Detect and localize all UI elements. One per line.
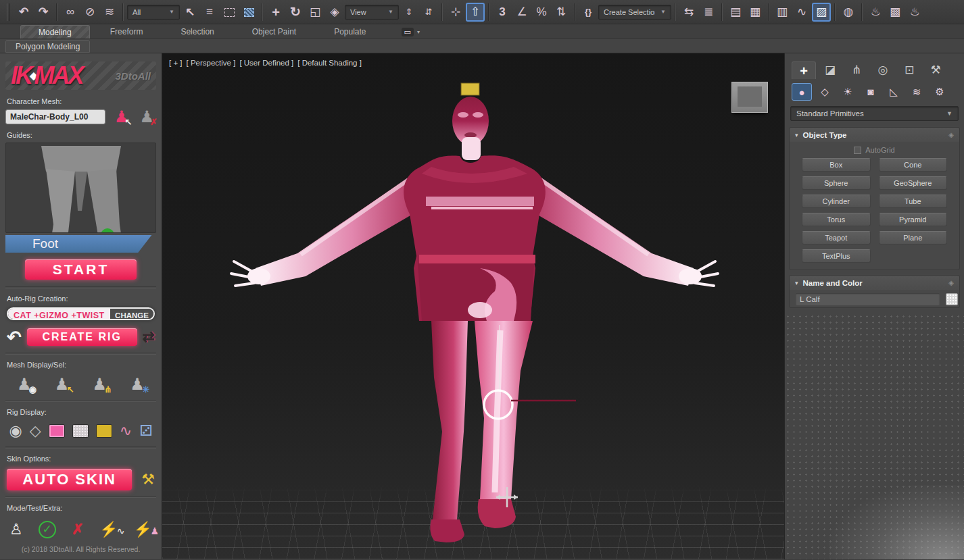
character-right-foot[interactable] bbox=[430, 519, 464, 542]
named-selection-set-dropdown[interactable]: Create Selection Se ▼ bbox=[598, 5, 671, 20]
mirror-rig-button[interactable]: ⇄ bbox=[143, 328, 155, 346]
material-editor-icon[interactable]: ◍ bbox=[839, 3, 858, 22]
quick-test-bone-icon[interactable]: ⚡∿ bbox=[99, 519, 118, 540]
character-left-foot[interactable] bbox=[478, 499, 516, 528]
teapot-button[interactable]: Teapot bbox=[802, 231, 871, 245]
shapes-category[interactable]: ◇ bbox=[815, 83, 835, 101]
select-and-link-icon[interactable]: ∞ bbox=[61, 3, 80, 22]
viewport-shading-menu[interactable]: [ Default Shading ] bbox=[297, 59, 362, 67]
sphere-button[interactable]: Sphere bbox=[802, 176, 871, 190]
guide-stage-bar[interactable]: Foot bbox=[5, 235, 156, 253]
cameras-category[interactable]: ◙ bbox=[861, 83, 881, 101]
scene-explorer-icon[interactable]: ▤ bbox=[726, 3, 745, 22]
reference-box-object[interactable] bbox=[731, 82, 768, 113]
select-and-rotate-icon[interactable]: ↻ bbox=[286, 3, 305, 22]
cylinder-button[interactable]: Cylinder bbox=[802, 195, 871, 208]
start-button[interactable]: START bbox=[25, 259, 137, 280]
selection-filter-dropdown[interactable]: All ▼ bbox=[127, 5, 180, 20]
use-pivot-point-icon[interactable]: ⇕ bbox=[400, 3, 418, 22]
tab-populate[interactable]: Populate bbox=[316, 25, 383, 39]
autogrid-checkbox[interactable]: AutoGrid bbox=[798, 146, 951, 154]
reference-coordinate-dropdown[interactable]: View ▼ bbox=[345, 5, 399, 20]
rig-color-yellow-swatch[interactable] bbox=[96, 424, 112, 438]
torus-button[interactable]: Torus bbox=[802, 213, 871, 226]
rig-color-pink-swatch[interactable] bbox=[49, 424, 65, 438]
use-center-icon[interactable]: ⇵ bbox=[419, 3, 438, 22]
rig-visibility-eye-icon[interactable]: ◉ bbox=[9, 422, 22, 440]
character-model[interactable] bbox=[162, 53, 784, 559]
percent-snap-icon[interactable]: % bbox=[532, 3, 551, 22]
rig-color-white-swatch[interactable] bbox=[72, 424, 89, 438]
tab-modeling[interactable]: Modeling bbox=[20, 25, 90, 39]
object-type-rollout-header[interactable]: ▾ Object Type ◈ bbox=[790, 128, 959, 142]
object-color-swatch[interactable] bbox=[946, 293, 958, 305]
modify-tab[interactable]: ◪ bbox=[818, 61, 842, 79]
viewport-general-menu[interactable]: [ + ] bbox=[169, 59, 183, 67]
undo-rig-button[interactable]: ↶ bbox=[7, 328, 22, 346]
box-button[interactable]: Box bbox=[802, 158, 871, 172]
ribbon-toggle-icon[interactable]: ▥ bbox=[773, 3, 792, 22]
plane-button[interactable]: Plane bbox=[879, 231, 948, 245]
mesh-visibility-icon[interactable]: ♟ ◉ bbox=[14, 375, 35, 394]
primitives-dropdown[interactable]: Standard Primitives ▼ bbox=[790, 106, 959, 121]
render-setup-icon[interactable]: ♨ bbox=[866, 3, 885, 22]
quick-test-rig-icon[interactable]: ⚡♟ bbox=[134, 519, 152, 540]
mesh-name-field[interactable] bbox=[5, 109, 105, 124]
layer-explorer-icon[interactable]: ▦ bbox=[746, 3, 765, 22]
geosphere-button[interactable]: GeoSphere bbox=[879, 176, 948, 190]
cone-button[interactable]: Cone bbox=[879, 158, 948, 172]
mesh-skeleton-icon[interactable]: ♟ ⋔ bbox=[89, 375, 110, 394]
tab-object-paint[interactable]: Object Paint bbox=[235, 25, 314, 39]
curve-editor-icon[interactable]: ∿ bbox=[792, 3, 811, 22]
tab-selection[interactable]: Selection bbox=[163, 25, 231, 39]
display-tab[interactable]: ⊡ bbox=[897, 61, 921, 79]
toolbar-drag-handle[interactable] bbox=[7, 3, 9, 21]
select-and-manipulate-icon[interactable]: ⊹ bbox=[446, 3, 465, 22]
create-rig-button[interactable]: CREATE RIG bbox=[27, 328, 137, 346]
object-name-field[interactable] bbox=[795, 292, 940, 306]
change-button[interactable]: CHANGE bbox=[110, 309, 153, 319]
head-marker-box[interactable] bbox=[461, 83, 479, 95]
test-cancel-icon[interactable]: ✗ bbox=[72, 519, 84, 540]
redo-icon[interactable]: ↷ bbox=[34, 3, 53, 22]
rig-box-display-icon[interactable]: ◇ bbox=[30, 422, 41, 440]
name-color-rollout-header[interactable]: ▾ Name and Color ◈ bbox=[790, 276, 959, 290]
schematic-view-icon[interactable]: ▨ bbox=[812, 3, 831, 22]
pick-mesh-button[interactable]: ♟ ↖ bbox=[112, 107, 131, 126]
tube-button[interactable]: Tube bbox=[879, 195, 948, 208]
space-warps-category[interactable]: ≋ bbox=[907, 83, 927, 101]
hierarchy-tab[interactable]: ⋔ bbox=[844, 61, 869, 79]
bind-to-space-warp-icon[interactable]: ≋ bbox=[100, 3, 119, 22]
character-left-leg[interactable] bbox=[475, 321, 533, 499]
tpose-mode-icon[interactable]: ♙ bbox=[9, 519, 23, 540]
select-and-place-icon[interactable]: ◈ bbox=[325, 3, 344, 22]
mesh-wireframe-icon[interactable]: ♟ ✳ bbox=[126, 375, 148, 394]
angle-snap-icon[interactable]: ∠ bbox=[512, 3, 531, 22]
rectangular-selection-region-icon[interactable] bbox=[220, 3, 239, 22]
geometry-category[interactable]: ● bbox=[792, 83, 812, 101]
textplus-button[interactable]: TextPlus bbox=[802, 249, 871, 263]
select-by-name-icon[interactable]: ≡ bbox=[200, 3, 219, 22]
lights-category[interactable]: ☀ bbox=[838, 83, 858, 101]
systems-category[interactable]: ⚙ bbox=[930, 83, 950, 101]
motion-tab[interactable]: ◎ bbox=[871, 61, 895, 79]
align-icon[interactable]: ≣ bbox=[699, 3, 718, 22]
helpers-category[interactable]: ◺ bbox=[884, 83, 904, 101]
utilities-tab[interactable]: ⚒ bbox=[923, 61, 948, 79]
rendered-frame-window-icon[interactable]: ▩ bbox=[886, 3, 905, 22]
test-ok-icon[interactable]: ✓ bbox=[39, 521, 56, 538]
select-object-icon[interactable]: ↖ bbox=[180, 3, 199, 22]
snaps-toggle-icon[interactable]: 3 bbox=[493, 3, 512, 22]
mesh-select-icon[interactable]: ♟ ↖ bbox=[51, 375, 73, 394]
viewport-user-menu[interactable]: [ User Defined ] bbox=[239, 59, 293, 67]
edit-named-selection-sets-icon[interactable]: {} bbox=[579, 3, 598, 22]
keyboard-shortcut-override-icon[interactable]: ⇧ bbox=[466, 3, 485, 22]
perspective-viewport[interactable]: [ + ] [ Perspective ] [ User Defined ] [… bbox=[162, 53, 784, 559]
panel-polygon-modeling[interactable]: Polygon Modeling bbox=[5, 40, 90, 53]
mirror-icon[interactable]: ⇆ bbox=[679, 3, 698, 22]
character-right-leg[interactable] bbox=[431, 321, 468, 519]
render-production-icon[interactable]: ♨ bbox=[905, 3, 924, 22]
window-crossing-icon[interactable] bbox=[239, 3, 258, 22]
skin-tools-icon[interactable]: ⚒ bbox=[141, 471, 155, 488]
undo-icon[interactable]: ↶ bbox=[14, 3, 33, 22]
